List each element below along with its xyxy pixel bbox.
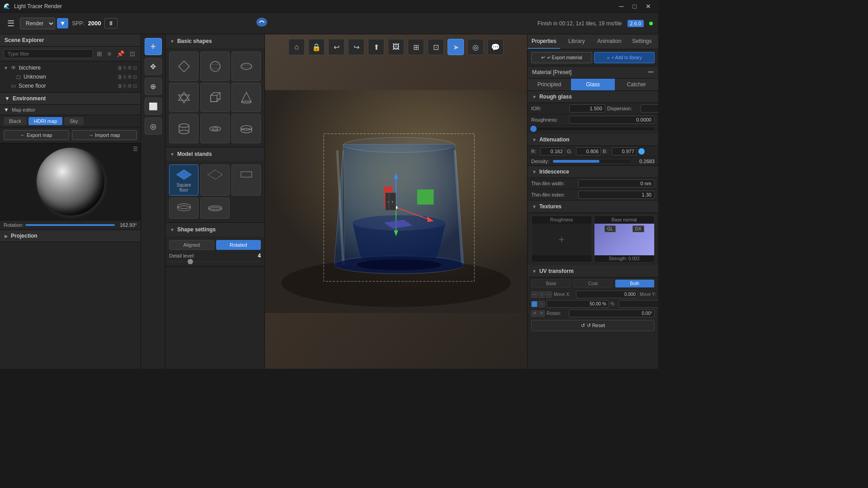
image-icon[interactable]: 🖼 — [388, 39, 404, 55]
copy-icon[interactable]: ⎘ — [123, 83, 127, 89]
upload-icon[interactable]: ⬆ — [368, 39, 384, 55]
map-tab-sky[interactable]: Sky — [64, 117, 83, 125]
scale-y-input[interactable] — [618, 300, 658, 308]
undo-icon[interactable]: ↩ — [328, 39, 344, 55]
add-shape-button[interactable]: + — [145, 38, 162, 55]
view-list-button[interactable]: ⊞ — [95, 49, 104, 58]
shape-flat-sphere[interactable] — [231, 52, 261, 81]
home-icon[interactable]: ⌂ — [288, 39, 305, 55]
rotated-button[interactable]: Rotated — [216, 240, 261, 250]
shape-settings-header[interactable]: ▼ Shape settings — [165, 223, 264, 236]
b-input[interactable] — [612, 147, 637, 155]
stand-square-floor[interactable]: Square floor — [169, 164, 198, 196]
thin-film-width-input[interactable] — [578, 179, 655, 188]
tree-item-bicchiere[interactable]: ▼ 👁 bicchiere 🗑 ⎘ ⚙ ⊡ — [0, 63, 141, 72]
scale-x-input[interactable] — [547, 300, 609, 308]
hide-icon[interactable]: ⊡ — [133, 65, 137, 71]
render-select[interactable]: Render — [20, 18, 55, 29]
arrow-icon[interactable]: ➤ — [448, 39, 464, 55]
layout-icon[interactable]: ⊡ — [428, 39, 444, 55]
textures-section-header[interactable]: ▼ Textures — [528, 201, 658, 213]
import-map-button[interactable]: → Import map — [72, 130, 137, 140]
roughness-input[interactable] — [569, 116, 655, 124]
add-texture-icon[interactable]: + — [558, 233, 565, 246]
delete-icon[interactable]: 🗑 — [118, 65, 123, 71]
shape-flat-cylinder[interactable] — [231, 114, 261, 143]
export-material-button[interactable]: ↵ ↵ Export material — [531, 52, 592, 63]
select-rect-button[interactable]: ⬜ — [145, 98, 162, 115]
color-picker-button[interactable] — [638, 148, 645, 155]
shape-torus[interactable] — [200, 114, 230, 143]
iridescence-section-header[interactable]: ▼ Iridescence — [528, 166, 658, 178]
copy-icon[interactable]: ⎘ — [123, 74, 127, 80]
export-map-button[interactable]: ← Export map — [4, 130, 69, 140]
uv-icon-scale-1[interactable]: + — [531, 301, 538, 307]
mat-tab-catcher[interactable]: Catcher — [615, 79, 658, 90]
aligned-button[interactable]: Aligned — [169, 240, 214, 250]
sphere-menu-icon[interactable]: ☰ — [133, 146, 138, 152]
uv-tab-both[interactable]: Both — [615, 279, 655, 288]
shape-cone[interactable] — [231, 83, 261, 112]
environment-header[interactable]: ▼ Environment — [0, 93, 141, 105]
detail-slider-thumb[interactable] — [188, 259, 193, 264]
delete-icon[interactable]: 🗑 — [118, 74, 123, 80]
copy-icon[interactable]: ⎘ — [123, 65, 127, 71]
stand-type-2[interactable] — [200, 164, 230, 196]
basic-shapes-header[interactable]: ▼ Basic shapes — [165, 34, 264, 48]
model-stands-header[interactable]: ▼ Model stands — [165, 147, 264, 161]
menu-button[interactable]: ☰ — [5, 17, 16, 30]
render-dropdown-button[interactable]: ▼ — [57, 18, 68, 28]
shape-diamond[interactable] — [169, 52, 198, 81]
add-to-library-button[interactable]: + + Add to library — [594, 52, 655, 63]
reset-uv-button[interactable]: ↺ ↺ Reset — [531, 320, 655, 331]
tree-item-scene-floor[interactable]: ▭ Scene floor 🗑 ⎘ ⚙ ⊡ — [0, 81, 141, 90]
hide-icon[interactable]: ⊡ — [133, 83, 137, 89]
select-circle-button[interactable]: ◎ — [145, 117, 162, 135]
discord-icon[interactable]: 💬 — [487, 39, 504, 55]
base-normal-texture-preview[interactable]: GL DX — [594, 224, 655, 255]
shape-sphere[interactable] — [200, 52, 230, 81]
redo-icon[interactable]: ↪ — [348, 39, 364, 55]
mat-tab-principled[interactable]: Principled — [528, 79, 571, 90]
expand-button[interactable]: ⊡ — [128, 49, 137, 58]
uv-tab-coat[interactable]: Coat — [573, 279, 613, 288]
tab-animation[interactable]: Animation — [593, 34, 626, 49]
stand-type-3[interactable] — [231, 164, 261, 196]
stand-cylinder-flat[interactable] — [169, 197, 198, 219]
material-more-button[interactable]: ••• — [648, 69, 654, 75]
collapse-right-panel[interactable]: › — [389, 192, 396, 211]
tab-settings[interactable]: Settings — [626, 34, 658, 49]
stand-thin-cylinder[interactable] — [200, 197, 230, 219]
viewport[interactable]: ⌂ 🔒 ↩ ↪ ⬆ 🖼 ⊞ ⊡ ➤ ◎ 💬 — [265, 34, 527, 369]
dispersion-input[interactable] — [641, 104, 658, 113]
shape-cylinder[interactable] — [169, 114, 198, 143]
settings-icon[interactable]: ⚙ — [127, 83, 132, 89]
pin-button[interactable]: 📌 — [115, 49, 126, 58]
close-button[interactable]: ✕ — [642, 2, 655, 11]
maximize-button[interactable]: □ — [629, 2, 640, 11]
settings-icon[interactable]: ⚙ — [127, 65, 132, 71]
ior-input[interactable] — [569, 104, 605, 113]
scale-tool-button[interactable]: ⊕ — [145, 78, 162, 95]
mat-tab-glass[interactable]: Glass — [571, 79, 614, 90]
gl-button[interactable]: GL — [604, 225, 616, 232]
map-tab-black[interactable]: Black — [4, 117, 27, 125]
pause-button[interactable]: ⏸ — [104, 18, 118, 28]
move-x-input[interactable] — [576, 291, 638, 298]
tab-library[interactable]: Library — [560, 34, 593, 49]
shape-icosphere[interactable] — [169, 83, 198, 112]
uv-icon-2[interactable]: ↕ — [538, 291, 545, 298]
uv-icon-rotate[interactable]: ↺ — [531, 310, 538, 317]
shape-cube[interactable] — [200, 83, 230, 112]
r-input[interactable] — [540, 147, 565, 155]
uv-icon-3[interactable]: ↔ — [546, 291, 552, 298]
minimize-button[interactable]: ─ — [616, 2, 627, 11]
uv-transform-section-header[interactable]: ▼ UV transform — [528, 265, 658, 277]
view-grid-button[interactable]: ≡ — [106, 49, 113, 58]
rotation-slider[interactable] — [25, 224, 115, 226]
rough-glass-section-header[interactable]: ▼ Rough glass — [528, 91, 658, 103]
thin-film-index-input[interactable] — [578, 191, 655, 199]
uv-tab-base[interactable]: Base — [531, 279, 571, 288]
attenuation-section-header[interactable]: ▼ Attenuation — [528, 134, 658, 146]
hide-icon[interactable]: ⊡ — [133, 74, 137, 80]
